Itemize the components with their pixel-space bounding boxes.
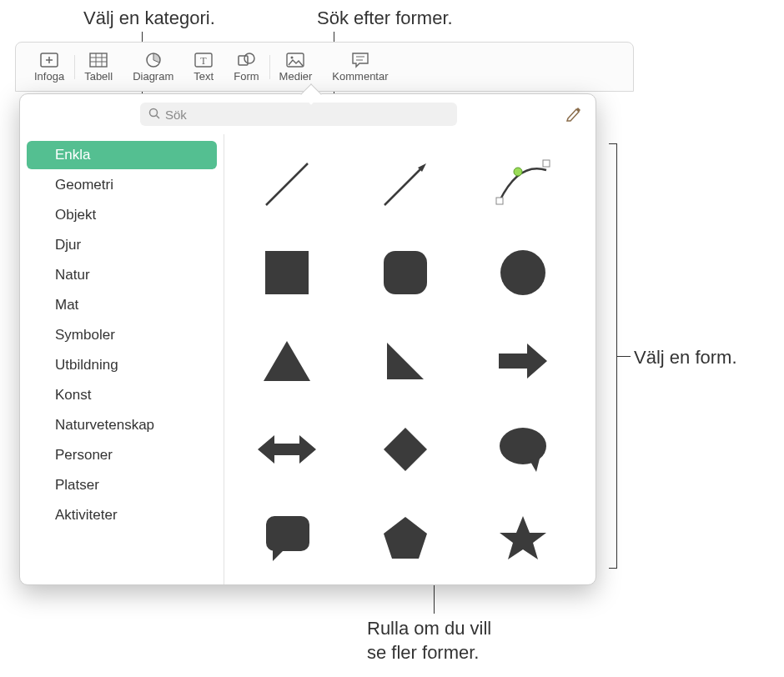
shapes-popover: Enkla Geometri Objekt Djur Natur Mat Sym… — [19, 93, 596, 585]
sidebar-item-label: Geometri — [55, 177, 113, 193]
insert-icon — [39, 52, 59, 68]
svg-text:T: T — [201, 55, 208, 67]
svg-rect-25 — [543, 160, 550, 167]
sidebar-item-label: Natur — [55, 267, 90, 283]
shape-icon — [236, 52, 256, 68]
sidebar-item-label: Objekt — [55, 207, 96, 223]
sidebar-item-naturvetenskap[interactable]: Naturvetenskap — [27, 411, 217, 439]
shape-star[interactable] — [485, 504, 560, 571]
svg-marker-34 — [384, 428, 427, 471]
sidebar-item-objekt[interactable]: Objekt — [27, 201, 217, 229]
sidebar-item-symboler[interactable]: Symboler — [27, 321, 217, 349]
svg-rect-3 — [90, 53, 107, 67]
callout-line — [617, 356, 631, 357]
toolbar-comment[interactable]: Kommentar — [322, 48, 398, 86]
shape-triangle[interactable] — [249, 328, 324, 394]
sidebar-item-label: Konst — [55, 387, 91, 403]
sidebar-item-utbildning[interactable]: Utbildning — [27, 351, 217, 379]
shape-rounded-square[interactable] — [368, 239, 443, 306]
popover-body: Enkla Geometri Objekt Djur Natur Mat Sym… — [20, 134, 596, 584]
sidebar-item-personer[interactable]: Personer — [27, 441, 217, 469]
svg-point-29 — [500, 250, 545, 295]
toolbar-media[interactable]: Medier — [269, 48, 323, 86]
svg-rect-37 — [266, 516, 309, 551]
svg-point-14 — [244, 53, 254, 63]
chart-icon — [143, 52, 163, 68]
toolbar-shape[interactable]: Form — [224, 48, 269, 86]
svg-rect-24 — [496, 198, 503, 204]
svg-point-16 — [291, 56, 294, 58]
bracket — [609, 143, 617, 569]
svg-rect-28 — [384, 251, 427, 294]
toolbar-table[interactable]: Tabell — [74, 48, 123, 86]
shape-pentagon[interactable] — [368, 504, 443, 571]
toolbar-label: Infoga — [34, 70, 64, 83]
svg-point-19 — [150, 108, 158, 116]
svg-line-21 — [266, 163, 308, 205]
media-icon — [285, 52, 305, 68]
shape-right-triangle[interactable] — [368, 328, 443, 394]
svg-marker-39 — [384, 517, 427, 559]
category-sidebar: Enkla Geometri Objekt Djur Natur Mat Sym… — [20, 134, 224, 584]
toolbar: Infoga Tabell Diagram T Text Form Medier — [15, 42, 634, 92]
svg-point-26 — [514, 168, 522, 176]
svg-line-22 — [384, 167, 423, 205]
svg-marker-36 — [530, 459, 540, 472]
shape-grid — [224, 134, 596, 584]
search-icon — [148, 108, 160, 122]
callout-search: Sök efter former. — [317, 7, 453, 31]
sidebar-item-label: Aktiviteter — [55, 507, 118, 523]
toolbar-label: Diagram — [133, 70, 173, 83]
shape-line[interactable] — [249, 151, 324, 218]
sidebar-item-konst[interactable]: Konst — [27, 381, 217, 409]
sidebar-item-label: Enkla — [55, 147, 91, 163]
shape-arrow-bidir[interactable] — [249, 416, 324, 483]
svg-marker-31 — [387, 343, 424, 379]
sidebar-item-label: Symboler — [55, 327, 115, 343]
table-icon — [88, 52, 108, 68]
sidebar-item-geometri[interactable]: Geometri — [27, 171, 217, 199]
shape-diamond[interactable] — [368, 416, 443, 483]
svg-rect-13 — [239, 56, 248, 65]
toolbar-label: Form — [234, 70, 259, 83]
svg-marker-30 — [264, 341, 310, 381]
shape-circle[interactable] — [485, 239, 560, 306]
sidebar-item-djur[interactable]: Djur — [27, 231, 217, 259]
sidebar-item-label: Mat — [55, 297, 78, 313]
text-icon: T — [193, 52, 214, 68]
search-input[interactable] — [165, 108, 449, 122]
toolbar-insert[interactable]: Infoga — [24, 48, 74, 86]
shape-arrow-right[interactable] — [485, 328, 560, 394]
toolbar-chart[interactable]: Diagram — [123, 48, 183, 86]
sidebar-item-enkla[interactable]: Enkla — [27, 141, 217, 169]
shape-square[interactable] — [249, 239, 324, 306]
toolbar-label: Tabell — [84, 70, 113, 83]
toolbar-text[interactable]: T Text — [183, 48, 224, 86]
toolbar-label: Text — [193, 70, 214, 83]
shape-arrow-line[interactable] — [368, 151, 443, 218]
sidebar-item-label: Personer — [55, 447, 113, 463]
edit-shape-button[interactable] — [564, 104, 584, 124]
svg-marker-38 — [273, 549, 284, 561]
sidebar-item-natur[interactable]: Natur — [27, 261, 217, 289]
callout-scroll: Rulla om du vill se fler former. — [367, 617, 491, 664]
callout-category: Välj en kategori. — [83, 7, 215, 31]
search-field[interactable] — [140, 103, 457, 126]
sidebar-item-aktiviteter[interactable]: Aktiviteter — [27, 501, 217, 529]
sidebar-item-label: Naturvetenskap — [55, 417, 154, 433]
sidebar-item-label: Djur — [55, 237, 81, 253]
svg-rect-27 — [265, 251, 309, 294]
svg-line-20 — [157, 115, 160, 118]
svg-marker-33 — [258, 435, 316, 464]
shape-speech-bubble[interactable] — [485, 416, 560, 483]
sidebar-item-label: Platser — [55, 477, 99, 493]
sidebar-item-platser[interactable]: Platser — [27, 471, 217, 499]
shape-callout-rect[interactable] — [249, 504, 324, 571]
shape-curve[interactable] — [485, 151, 560, 218]
callout-choose-shape: Välj en form. — [634, 346, 737, 370]
toolbar-label: Medier — [279, 70, 313, 83]
toolbar-label: Kommentar — [332, 70, 388, 83]
svg-marker-32 — [499, 344, 547, 379]
sidebar-item-mat[interactable]: Mat — [27, 291, 217, 319]
svg-marker-40 — [500, 516, 546, 559]
